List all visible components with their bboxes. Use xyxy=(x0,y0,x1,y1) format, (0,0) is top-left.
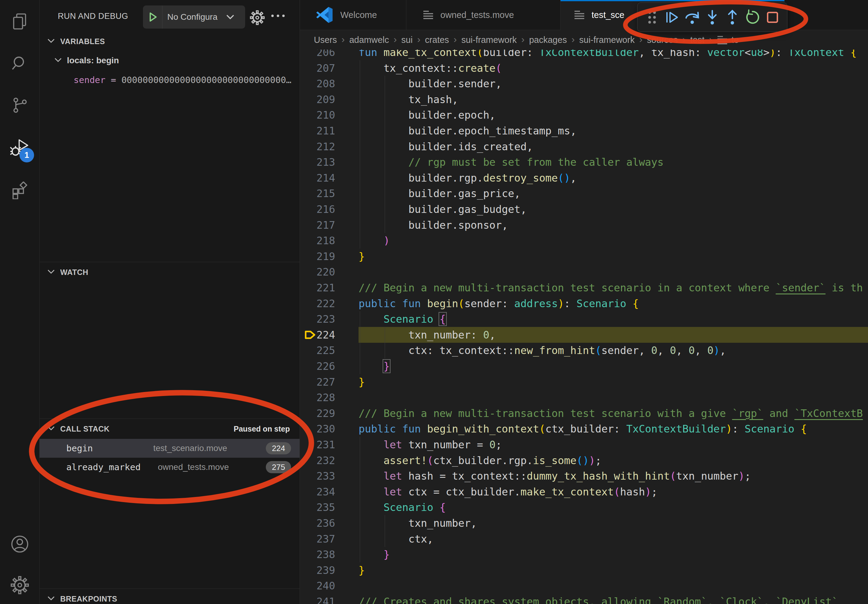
code-line-216: 216 builder.gas_budget, xyxy=(300,201,868,217)
breadcrumb-separator-icon: › xyxy=(341,34,345,45)
code-line-219: 219} xyxy=(300,248,868,264)
code-text: builder.sponsor, xyxy=(358,217,508,233)
call-stack-frame-begin[interactable]: begintest_scenario.move224 xyxy=(40,439,299,458)
line-number: 207 xyxy=(300,60,335,76)
line-number: 223 xyxy=(300,311,335,327)
tab-owned-tests-move[interactable]: owned_tests.move xyxy=(406,0,561,30)
step-over-button[interactable] xyxy=(684,9,701,26)
code-line-226: 226 } xyxy=(300,358,868,374)
line-number: 222 xyxy=(300,296,335,311)
line-number: 233 xyxy=(300,468,335,484)
call-stack-section-header[interactable]: CALL STACK Paused on step xyxy=(40,421,299,437)
breadcrumb-file[interactable]: te xyxy=(717,35,739,45)
chevron-down-icon xyxy=(223,14,238,20)
vscode-logo-icon xyxy=(315,6,334,24)
breadcrumb-item[interactable]: packages xyxy=(529,35,567,45)
settings-gear-icon[interactable] xyxy=(10,575,29,595)
line-number: 231 xyxy=(300,437,335,452)
code-text: public fun begin_with_context(ctx_builde… xyxy=(358,421,807,437)
line-number: 230 xyxy=(300,421,335,437)
step-into-button[interactable] xyxy=(704,9,721,26)
breadcrumb-item[interactable]: sources xyxy=(647,35,678,45)
breadcrumb-separator-icon: › xyxy=(572,34,575,45)
breadcrumb-item[interactable]: crates xyxy=(425,35,449,45)
line-number: 235 xyxy=(300,499,335,515)
start-debug-icon[interactable] xyxy=(143,5,163,29)
run-and-debug-sidebar: RUN AND DEBUG No Configura xyxy=(40,0,300,604)
line-number: 228 xyxy=(300,390,335,406)
code-editor[interactable]: 206fun make_tx_context(builder: TxContex… xyxy=(300,0,868,604)
chevron-down-icon xyxy=(47,38,55,44)
breadcrumb-item[interactable]: Users xyxy=(314,35,337,45)
debug-toolbar xyxy=(637,2,787,32)
code-line-224: 224 txn_number: 0, xyxy=(300,327,868,343)
paused-status-text: Paused on step xyxy=(234,424,290,434)
more-actions-icon[interactable] xyxy=(271,15,285,17)
code-text: public fun begin(sender: address): Scena… xyxy=(358,296,639,311)
explorer-icon[interactable] xyxy=(10,12,29,31)
line-number: 214 xyxy=(300,170,335,186)
code-line-236: 236 txn_number, xyxy=(300,515,868,531)
restart-button[interactable] xyxy=(744,9,761,26)
tab-welcome[interactable]: Welcome xyxy=(300,0,406,30)
line-number: 218 xyxy=(300,233,335,248)
line-number: 234 xyxy=(300,484,335,500)
code-line-218: 218 ) xyxy=(300,233,868,248)
code-text: ) xyxy=(358,233,390,248)
line-number: 221 xyxy=(300,280,335,296)
variables-scope-row[interactable]: locals: begin xyxy=(40,53,299,68)
account-icon[interactable] xyxy=(10,534,29,554)
code-line-207: 207 tx_context::create( xyxy=(300,60,868,76)
breadcrumb-separator-icon: › xyxy=(682,34,686,45)
line-number: 236 xyxy=(300,515,335,531)
call-stack-frame-already_marked[interactable]: already_markedowned_tests.move275 xyxy=(40,458,299,477)
breadcrumb-item[interactable]: test xyxy=(690,35,705,45)
breadcrumb-item[interactable]: adamwelc xyxy=(349,35,389,45)
breakpoints-section-header[interactable]: BREAKPOINTS xyxy=(40,591,299,604)
code-text: } xyxy=(358,248,365,264)
line-number: 229 xyxy=(300,406,335,421)
debug-config-dropdown[interactable]: No Configura xyxy=(143,5,245,29)
chevron-down-icon xyxy=(47,426,55,432)
drag-handle-icon[interactable] xyxy=(643,9,660,26)
variable-row-sender[interactable]: sender = 0000000000000000000000000000000… xyxy=(74,72,291,88)
breadcrumb-separator-icon: › xyxy=(521,34,525,45)
breadcrumb-separator-icon: › xyxy=(453,34,457,45)
stop-button[interactable] xyxy=(764,9,781,26)
line-number: 227 xyxy=(300,374,335,390)
breadcrumb: Users›adamwelc›sui›crates›sui-framework›… xyxy=(300,30,868,50)
code-line-238: 238 } xyxy=(300,547,868,562)
search-icon[interactable] xyxy=(10,54,29,73)
watch-section-header[interactable]: WATCH xyxy=(40,264,299,280)
code-line-240: 240 xyxy=(300,578,868,594)
tab-label: Welcome xyxy=(340,10,377,20)
extensions-icon[interactable] xyxy=(10,181,29,200)
code-text: builder.gas_price, xyxy=(358,186,520,201)
code-text: /// Creates and shares system objects, a… xyxy=(358,594,838,604)
debug-config-label: No Configura xyxy=(163,12,223,22)
code-line-208: 208 builder.sender, xyxy=(300,76,868,91)
breadcrumb-separator-icon: › xyxy=(394,34,397,45)
code-line-223: 223 Scenario { xyxy=(300,311,868,327)
code-text: Scenario { xyxy=(358,499,446,515)
code-text: ctx: tx_context::new_from_hint(sender, 0… xyxy=(358,342,726,358)
code-line-221: 221/// Begin a new multi-transaction tes… xyxy=(300,280,868,296)
code-text: builder.ids_created, xyxy=(358,139,533,155)
breadcrumb-item[interactable]: sui-framework xyxy=(461,35,517,45)
debug-settings-gear-icon[interactable] xyxy=(250,10,265,26)
step-out-button[interactable] xyxy=(724,9,741,26)
code-line-234: 234 let ctx = ctx_builder.make_tx_contex… xyxy=(300,484,868,500)
code-text: let ctx = ctx_builder.make_tx_context(ha… xyxy=(358,484,657,500)
code-line-220: 220 xyxy=(300,264,868,280)
tab-label: test_sce xyxy=(592,10,625,20)
code-line-227: 227} xyxy=(300,374,868,390)
source-control-icon[interactable] xyxy=(10,96,29,115)
variables-section-header[interactable]: VARIABLES xyxy=(40,34,299,49)
code-line-213: 213 // rgp must be set from the caller a… xyxy=(300,154,868,170)
code-text: builder.epoch_timestamp_ms, xyxy=(358,123,576,139)
breadcrumb-item[interactable]: sui xyxy=(401,35,413,45)
code-text: tx_context::create( xyxy=(358,60,502,76)
breadcrumb-item[interactable]: sui-framework xyxy=(580,35,635,45)
code-text: builder.epoch, xyxy=(358,107,496,123)
continue-button[interactable] xyxy=(663,9,680,26)
